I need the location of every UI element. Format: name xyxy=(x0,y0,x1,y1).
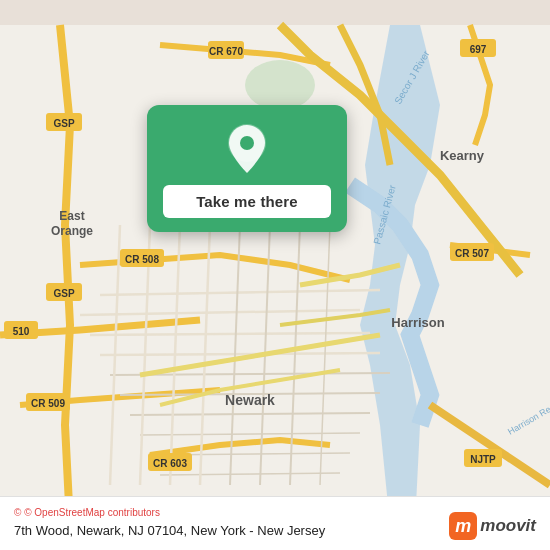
svg-text:GSP: GSP xyxy=(53,118,74,129)
svg-text:NJTP: NJTP xyxy=(470,454,496,465)
svg-text:697: 697 xyxy=(470,44,487,55)
svg-text:Newark: Newark xyxy=(225,392,275,408)
svg-text:Harrison: Harrison xyxy=(391,315,445,330)
moovit-logo: m moovit xyxy=(449,512,536,540)
location-pin-icon xyxy=(223,123,271,175)
moovit-brand-icon: m xyxy=(449,512,477,540)
svg-text:CR 509: CR 509 xyxy=(31,398,65,409)
svg-point-1 xyxy=(245,60,315,110)
bottom-bar: © © OpenStreetMap contributors 7th Wood,… xyxy=(0,496,550,550)
svg-text:CR 507: CR 507 xyxy=(455,248,489,259)
map-container: GSP GSP CR 670 697 CR 508 510 CR 509 CR … xyxy=(0,0,550,550)
svg-text:CR 508: CR 508 xyxy=(125,254,159,265)
svg-text:510: 510 xyxy=(13,326,30,337)
svg-point-49 xyxy=(240,136,254,150)
map-background: GSP GSP CR 670 697 CR 508 510 CR 509 CR … xyxy=(0,0,550,550)
take-me-there-button[interactable]: Take me there xyxy=(163,185,331,218)
osm-copyright-symbol: © xyxy=(14,507,21,518)
svg-text:GSP: GSP xyxy=(53,288,74,299)
moovit-brand-text: moovit xyxy=(480,516,536,536)
location-icon-wrap xyxy=(221,123,273,175)
svg-text:East: East xyxy=(59,209,84,223)
svg-text:Orange: Orange xyxy=(51,224,93,238)
svg-text:CR 670: CR 670 xyxy=(209,46,243,57)
svg-text:CR 603: CR 603 xyxy=(153,458,187,469)
action-card: Take me there xyxy=(147,105,347,232)
svg-text:Kearny: Kearny xyxy=(440,148,485,163)
osm-credit-text: © OpenStreetMap contributors xyxy=(24,507,160,518)
